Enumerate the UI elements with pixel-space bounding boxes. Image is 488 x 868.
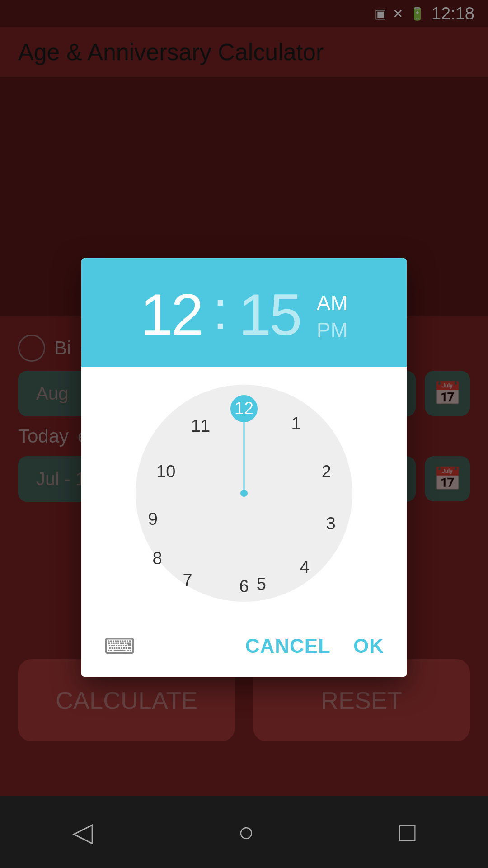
dialog-buttons: CANCEL OK [245,635,384,657]
clock-hand-tip [240,405,248,412]
nav-bar: ◁ ○ □ [0,796,488,868]
ampm-container: AM PM [317,290,348,344]
clock-8[interactable]: 8 [144,545,171,572]
home-button[interactable]: ○ [238,816,254,848]
clock-6[interactable]: 6 [230,573,258,600]
time-picker-dialog: 12 : 15 AM PM 12 1 2 3 4 5 6 7 [81,258,407,677]
keyboard-icon[interactable]: ⌨ [104,633,135,659]
clock-7[interactable]: 7 [174,566,201,594]
clock-2[interactable]: 2 [313,458,340,485]
clock-center [240,490,248,497]
clock-9[interactable]: 9 [139,506,166,533]
clock-face[interactable]: 12 1 2 3 4 5 6 7 8 9 10 11 [136,385,352,602]
dialog-actions: ⌨ CANCEL OK [81,620,407,677]
clock-4[interactable]: 4 [291,553,318,580]
am-option[interactable]: AM [317,290,348,317]
minute-display[interactable]: 15 [239,281,300,349]
dialog-header: 12 : 15 AM PM [81,258,407,367]
ok-button[interactable]: OK [353,635,384,657]
clock-3[interactable]: 3 [317,510,344,537]
recent-button[interactable]: □ [399,816,416,848]
clock-1[interactable]: 1 [282,410,310,437]
clock-container: 12 1 2 3 4 5 6 7 8 9 10 11 [81,367,407,620]
clock-11[interactable]: 11 [187,412,214,439]
clock-10[interactable]: 10 [152,458,179,485]
time-colon: : [213,279,228,341]
hour-display[interactable]: 12 [140,281,202,349]
back-button[interactable]: ◁ [72,816,93,848]
clock-hand [244,416,245,493]
cancel-button[interactable]: CANCEL [245,635,331,657]
pm-option[interactable]: PM [317,317,348,344]
